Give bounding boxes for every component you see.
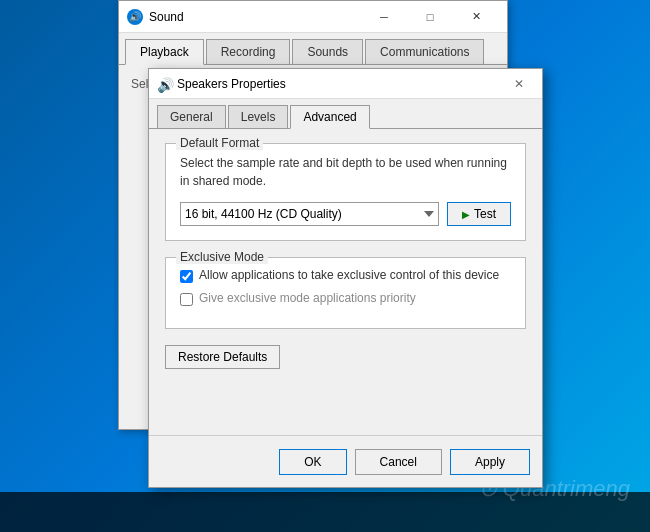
tab-recording[interactable]: Recording [206,39,291,64]
ok-button[interactable]: OK [279,449,346,475]
speakers-titlebar: 🔊 Speakers Properties ✕ [149,69,542,99]
sound-tabs: Playback Recording Sounds Communications [119,33,507,65]
exclusive-mode-label: Exclusive Mode [176,250,268,264]
speakers-tabs: General Levels Advanced [149,99,542,129]
play-icon: ▶ [462,209,470,220]
default-format-label: Default Format [176,136,263,150]
exclusive-mode-group: Exclusive Mode Allow applications to tak… [165,257,526,329]
default-format-group: Default Format Select the sample rate an… [165,143,526,241]
tab-communications[interactable]: Communications [365,39,484,64]
taskbar [0,492,650,532]
apply-button[interactable]: Apply [450,449,530,475]
test-button-label: Test [474,207,496,221]
format-select[interactable]: 16 bit, 44100 Hz (CD Quality) 16 bit, 48… [180,202,439,226]
format-row: 16 bit, 44100 Hz (CD Quality) 16 bit, 48… [180,202,511,226]
sound-maximize-button[interactable]: □ [407,1,453,33]
sound-titlebar-controls: ─ □ ✕ [361,1,499,33]
speakers-body: Default Format Select the sample rate an… [149,129,542,383]
default-format-desc: Select the sample rate and bit depth to … [180,154,511,190]
sound-window-title: Sound [149,10,361,24]
tab-playback[interactable]: Playback [125,39,204,65]
allow-exclusive-checkbox[interactable] [180,270,193,283]
restore-defaults-button[interactable]: Restore Defaults [165,345,280,369]
sound-window-icon: 🔊 [127,9,143,25]
speakers-close-button[interactable]: ✕ [504,69,534,99]
sound-close-button[interactable]: ✕ [453,1,499,33]
tab-advanced[interactable]: Advanced [290,105,369,129]
cancel-button[interactable]: Cancel [355,449,442,475]
tab-sounds[interactable]: Sounds [292,39,363,64]
speakers-dialog: 🔊 Speakers Properties ✕ General Levels A… [148,68,543,488]
speakers-dialog-icon: 🔊 [157,77,171,91]
priority-row: Give exclusive mode applications priorit… [180,291,511,306]
dialog-footer: OK Cancel Apply [149,435,542,487]
sound-titlebar: 🔊 Sound ─ □ ✕ [119,1,507,33]
test-button[interactable]: ▶ Test [447,202,511,226]
tab-levels[interactable]: Levels [228,105,289,128]
sound-minimize-button[interactable]: ─ [361,1,407,33]
give-priority-checkbox[interactable] [180,293,193,306]
tab-general[interactable]: General [157,105,226,128]
allow-exclusive-label: Allow applications to take exclusive con… [199,268,499,282]
allow-exclusive-row: Allow applications to take exclusive con… [180,268,511,283]
give-priority-label: Give exclusive mode applications priorit… [199,291,416,305]
speakers-dialog-title: Speakers Properties [177,77,504,91]
